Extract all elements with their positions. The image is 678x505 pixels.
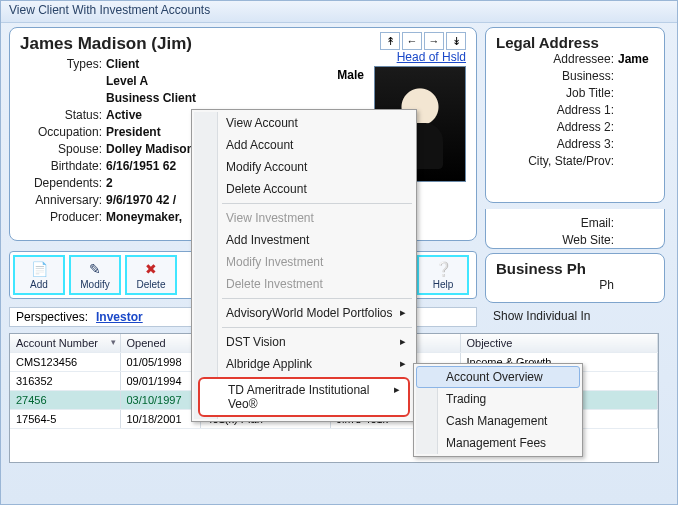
legal-title: Legal Address	[496, 34, 654, 51]
jobtitle-label: Job Title:	[496, 85, 614, 102]
menu-advisoryworld[interactable]: AdvisoryWorld Model Portfolios	[194, 302, 414, 324]
modify-button[interactable]: ✎ Modify	[69, 255, 121, 295]
birthdate-value: 6/16/1951 62	[106, 158, 176, 175]
submenu-account-overview[interactable]: Account Overview	[416, 366, 580, 388]
app-window: View Client With Investment Accounts ↟ ←…	[0, 0, 678, 505]
types-label: Types:	[20, 56, 106, 73]
menu-modify-investment: Modify Investment	[194, 251, 414, 273]
legal-address-panel: Legal Address Addressee:Jame Business: J…	[485, 27, 665, 203]
addressee-value: Jame	[614, 51, 654, 68]
delete-label: Delete	[137, 279, 166, 290]
business-title: Business Ph	[496, 260, 654, 277]
menu-separator	[222, 298, 412, 299]
modify-label: Modify	[80, 279, 109, 290]
help-button[interactable]: ❔ Help	[417, 255, 469, 295]
modify-icon: ✎	[85, 260, 105, 278]
col-account-number[interactable]: Account Number	[10, 334, 120, 353]
menu-albridge[interactable]: Albridge Applink	[194, 353, 414, 375]
anniversary-value: 9/6/1970 42 /	[106, 192, 176, 209]
window-title: View Client With Investment Accounts	[9, 3, 210, 17]
producer-label: Producer:	[20, 209, 106, 226]
col-objective[interactable]: Objective	[460, 334, 658, 353]
submenu-tda: Account Overview Trading Cash Management…	[413, 363, 583, 457]
business-label: Business:	[496, 68, 614, 85]
menu-add-investment[interactable]: Add Investment	[194, 229, 414, 251]
menu-separator	[222, 203, 412, 204]
business-phone-panel: Business Ph Ph	[485, 253, 665, 303]
content-area: ↟ ← → ↡ James Madison (Jim) Head of Hsld…	[1, 23, 677, 35]
perspectives-label: Perspectives:	[16, 310, 88, 324]
nav-last-button[interactable]: ↡	[446, 32, 466, 50]
menu-view-investment: View Investment	[194, 207, 414, 229]
spouse-value: Dolley Madison	[106, 141, 194, 158]
producer-value: Moneymaker,	[106, 209, 182, 226]
add-icon: 📄	[29, 260, 49, 278]
anniversary-label: Anniversary:	[20, 192, 106, 209]
submenu-cash-management[interactable]: Cash Management	[416, 410, 580, 432]
menu-td-ameritrade[interactable]: TD Ameritrade Institutional Veo®	[198, 377, 410, 417]
status-label: Status:	[20, 107, 106, 124]
cell-opened: 03/10/1997	[120, 391, 200, 410]
head-of-household-link[interactable]: Head of Hsld	[397, 50, 466, 64]
type-value-1: Client	[106, 56, 139, 73]
cell-opened: 10/18/2001	[120, 410, 200, 429]
submenu-management-fees[interactable]: Management Fees	[416, 432, 580, 454]
cell-acct: 316352	[10, 372, 120, 391]
cell-acct: 17564-5	[10, 410, 120, 429]
phone-label: Ph	[496, 277, 614, 294]
menu-modify-account[interactable]: Modify Account	[194, 156, 414, 178]
status-value: Active	[106, 107, 142, 124]
nav-prev-button[interactable]: ←	[402, 32, 422, 50]
gender-label: Male	[337, 68, 364, 82]
menu-delete-investment: Delete Investment	[194, 273, 414, 295]
cell-opened: 09/01/1994	[120, 372, 200, 391]
col-opened[interactable]: Opened	[120, 334, 200, 353]
addressee-label: Addressee:	[496, 51, 614, 68]
nav-next-button[interactable]: →	[424, 32, 444, 50]
occupation-value: President	[106, 124, 161, 141]
add-button[interactable]: 📄 Add	[13, 255, 65, 295]
occupation-label: Occupation:	[20, 124, 106, 141]
add-label: Add	[30, 279, 48, 290]
type-value-2: Level A	[106, 73, 148, 90]
menu-add-account[interactable]: Add Account	[194, 134, 414, 156]
citystate-label: City, State/Prov:	[496, 153, 614, 170]
contact-panel: Email: Web Site:	[485, 209, 665, 249]
cell-acct: CMS123456	[10, 353, 120, 372]
menu-view-account[interactable]: View Account	[194, 112, 414, 134]
submenu-trading[interactable]: Trading	[416, 388, 580, 410]
cell-opened: 01/05/1998	[120, 353, 200, 372]
title-bar: View Client With Investment Accounts	[1, 1, 677, 23]
type-value-3: Business Client	[106, 90, 196, 107]
delete-icon: ✖	[141, 260, 161, 278]
cell-acct: 27456	[10, 391, 120, 410]
menu-delete-account[interactable]: Delete Account	[194, 178, 414, 200]
address3-label: Address 3:	[496, 136, 614, 153]
menu-dst-vision[interactable]: DST Vision	[194, 331, 414, 353]
menu-separator	[222, 327, 412, 328]
show-individual-label: Show Individual In	[493, 309, 590, 323]
nav-arrows: ↟ ← → ↡	[380, 32, 466, 50]
dependents-value: 2	[106, 175, 113, 192]
address1-label: Address 1:	[496, 102, 614, 119]
email-label: Email:	[496, 215, 614, 232]
delete-button[interactable]: ✖ Delete	[125, 255, 177, 295]
website-label: Web Site:	[496, 232, 614, 249]
perspective-investor-link[interactable]: Investor	[96, 310, 143, 324]
help-label: Help	[433, 279, 454, 290]
birthdate-label: Birthdate:	[20, 158, 106, 175]
spouse-label: Spouse:	[20, 141, 106, 158]
address2-label: Address 2:	[496, 119, 614, 136]
dependents-label: Dependents:	[20, 175, 106, 192]
context-menu: View Account Add Account Modify Account …	[191, 109, 417, 422]
nav-first-button[interactable]: ↟	[380, 32, 400, 50]
help-icon: ❔	[433, 260, 453, 278]
